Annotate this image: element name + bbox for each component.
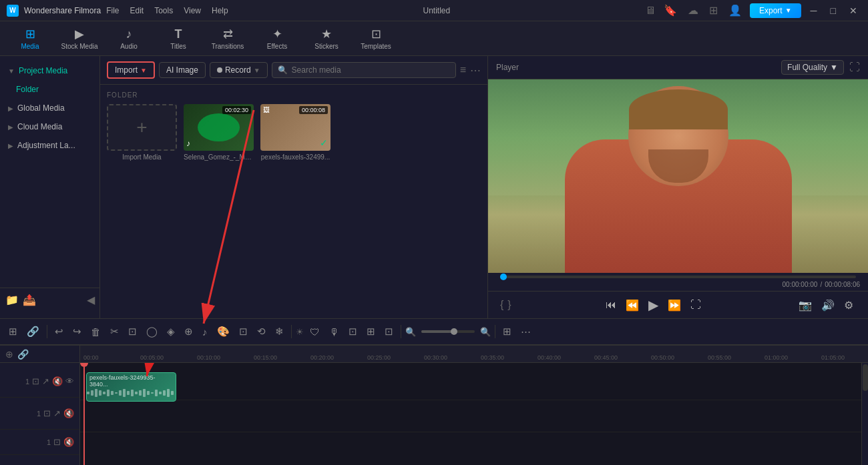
ai-image-button[interactable]: AI Image xyxy=(159,62,206,78)
minimize-button[interactable]: ─ xyxy=(807,4,821,17)
list-item[interactable]: + Import Media xyxy=(107,104,177,161)
sidebar-item-cloud-media[interactable]: ▶ Cloud Media xyxy=(0,117,99,136)
list-item[interactable]: 00:00:08 🖼 ✓ pexels-fauxels-32499... xyxy=(260,104,331,161)
undo-button[interactable]: ↩ xyxy=(51,324,67,340)
empty-track2 xyxy=(80,432,861,458)
toolbar-stock-media[interactable]: ▶ Stock Media xyxy=(56,23,103,54)
more-tl-button[interactable]: ⋯ xyxy=(517,324,534,340)
menu-view[interactable]: View xyxy=(184,6,201,15)
music-track-add-icon[interactable]: ⊡ xyxy=(43,408,51,418)
list-item[interactable]: 00:02:30 ♪ Selena_Gomez_-_My_... xyxy=(184,104,254,161)
import-button[interactable]: Import ▼ xyxy=(107,61,155,79)
start-marker-button[interactable]: { xyxy=(500,299,503,311)
add-folder-icon[interactable]: 📁 xyxy=(5,294,19,306)
snapshot-button[interactable]: 📷 xyxy=(796,298,815,313)
speed-button[interactable]: ⊕ xyxy=(181,324,196,340)
audio-button[interactable]: ♪ xyxy=(199,324,211,340)
zoom-slider[interactable] xyxy=(421,330,475,333)
mic-button[interactable]: 🎙 xyxy=(326,324,343,340)
search-box[interactable]: 🔍 xyxy=(272,62,456,78)
ruler-mark: 00:50:00 xyxy=(651,354,674,361)
video-thumbnail2[interactable]: 00:00:08 🖼 ✓ xyxy=(260,104,331,151)
video-track-add-icon[interactable]: ⊡ xyxy=(32,376,39,386)
play-button[interactable]: ▶ xyxy=(646,296,661,314)
toolbar-audio[interactable]: ♪ Audio xyxy=(105,23,152,54)
freeze-button[interactable]: ❄ xyxy=(272,324,287,340)
menu-file[interactable]: File xyxy=(106,6,119,15)
video-track-eye-icon[interactable]: 👁 xyxy=(65,376,74,386)
crop-button[interactable]: ⊡ xyxy=(125,324,140,340)
audio-track-add-icon[interactable]: ⊡ xyxy=(53,437,61,447)
sidebar-item-global-media[interactable]: ▶ Global Media xyxy=(0,99,99,117)
volume-button[interactable]: 🔊 xyxy=(819,298,837,313)
add-track-icon[interactable]: ⊕ xyxy=(5,349,13,360)
toolbar-effects[interactable]: ✦ Effects xyxy=(254,23,300,54)
fullscreen-player-button[interactable]: ⛶ xyxy=(688,298,704,312)
motion-button[interactable]: ⊡ xyxy=(345,324,361,340)
svg-rect-4 xyxy=(95,389,97,397)
import-placeholder[interactable]: + xyxy=(107,104,177,151)
settings-button[interactable]: ⚙ xyxy=(841,298,856,313)
collapse-icon[interactable]: ◀ xyxy=(87,294,95,306)
video-track-mute-icon[interactable]: 🔇 xyxy=(52,376,63,386)
noise-button[interactable]: 🛡 xyxy=(306,324,323,340)
frame-back-button[interactable]: ⏪ xyxy=(623,298,642,313)
link-track-icon[interactable]: 🔗 xyxy=(17,349,29,360)
stabilize-button[interactable]: ⊡ xyxy=(236,324,251,340)
export-folder-icon[interactable]: 📤 xyxy=(23,294,36,306)
grid-icon[interactable]: ⊞ xyxy=(709,4,718,17)
menu-help[interactable]: Help xyxy=(212,6,228,15)
bookmark-icon[interactable]: 🔖 xyxy=(664,4,677,17)
redo-button[interactable]: ↪ xyxy=(69,324,85,340)
record-button[interactable]: Record ▼ xyxy=(210,62,268,78)
timeline-header: ⊕ 🔗 00:00 00:05:00 00:10:00 00:15:00 00:… xyxy=(0,346,868,363)
scrollbar-thumb[interactable] xyxy=(863,364,868,391)
video-track-export-icon[interactable]: ↗ xyxy=(42,376,49,386)
sidebar-item-folder[interactable]: Folder xyxy=(0,80,99,99)
music-track-export-icon[interactable]: ↗ xyxy=(53,408,61,418)
progress-bar[interactable] xyxy=(500,276,856,278)
split-button[interactable]: ◈ xyxy=(164,324,178,340)
toolbar-transitions[interactable]: ⇄ Transitions xyxy=(204,23,251,54)
user-icon[interactable]: 👤 xyxy=(728,4,742,17)
quality-selector[interactable]: Full Quality ▼ xyxy=(781,60,844,75)
delete-button[interactable]: 🗑 xyxy=(87,324,104,340)
search-input[interactable] xyxy=(292,65,450,75)
export-button[interactable]: Export ▼ xyxy=(750,3,801,18)
toolbar-stickers[interactable]: ★ Stickers xyxy=(303,23,350,54)
cloud-icon[interactable]: ☁ xyxy=(688,4,698,17)
video-clip[interactable]: pexels-fauxels-3249935-3840... xyxy=(86,372,176,402)
rotate-button[interactable]: ◯ xyxy=(143,324,161,340)
toolbar-titles[interactable]: T Titles xyxy=(155,23,202,54)
more-icon[interactable]: ⋯ xyxy=(470,64,481,77)
transition-tl-button[interactable]: ⊡ xyxy=(381,324,397,340)
svg-rect-10 xyxy=(119,390,122,396)
ai-button[interactable]: ⊞ xyxy=(363,324,379,340)
svg-rect-21 xyxy=(163,390,166,396)
skip-back-button[interactable]: ⏮ xyxy=(603,298,619,312)
snap-button[interactable]: ⊞ xyxy=(5,324,21,340)
sidebar-item-project-media[interactable]: ▼ Project Media xyxy=(0,61,99,80)
filter-icon[interactable]: ≡ xyxy=(460,64,466,76)
music-track-mute-icon[interactable]: 🔇 xyxy=(63,408,74,418)
toolbar-templates[interactable]: ⊡ Templates xyxy=(353,23,399,54)
scrollbar[interactable] xyxy=(861,363,868,465)
menu-tools[interactable]: Tools xyxy=(154,6,173,15)
svg-rect-5 xyxy=(99,390,101,396)
maximize-button[interactable]: □ xyxy=(827,4,840,17)
cut-button[interactable]: ✂ xyxy=(107,324,122,340)
color-button[interactable]: 🎨 xyxy=(214,324,233,340)
toolbar-media[interactable]: ⊞ Media xyxy=(7,23,53,54)
reverse-button[interactable]: ⟲ xyxy=(254,324,269,340)
fullscreen-icon[interactable]: ⛶ xyxy=(849,61,860,73)
monitor-icon[interactable]: 🖥 xyxy=(645,5,656,17)
menu-edit[interactable]: Edit xyxy=(130,6,144,15)
linked-button[interactable]: 🔗 xyxy=(23,324,43,340)
frame-forward-button[interactable]: ⏩ xyxy=(665,298,684,313)
close-button[interactable]: ✕ xyxy=(845,4,861,17)
sidebar-item-adjustment-layer[interactable]: ▶ Adjustment La... xyxy=(0,136,99,155)
video-thumbnail[interactable]: 00:02:30 ♪ xyxy=(184,104,254,151)
layout-button[interactable]: ⊞ xyxy=(499,324,515,340)
audio-track-mute-icon[interactable]: 🔇 xyxy=(63,437,74,447)
end-marker-button[interactable]: } xyxy=(507,299,511,311)
